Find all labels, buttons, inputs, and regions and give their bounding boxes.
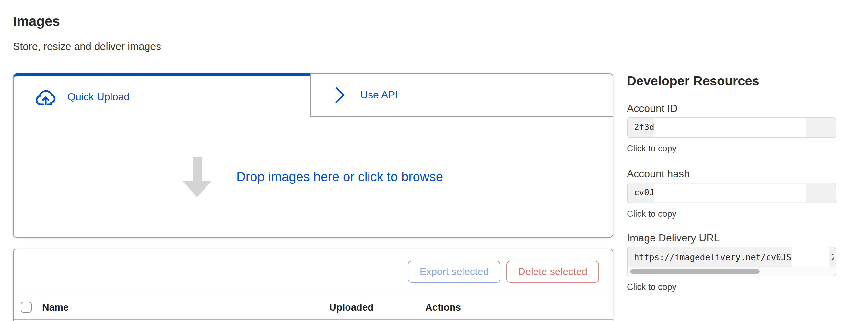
redaction-overlay: [791, 247, 829, 268]
account-id-label: Account ID: [627, 102, 836, 114]
tab-use-api[interactable]: Use API: [311, 73, 613, 117]
tab-use-api-label: Use API: [361, 89, 398, 101]
column-header-name: Name: [42, 301, 69, 312]
account-id-field[interactable]: 2f3d: [627, 117, 836, 138]
column-header-actions: Actions: [425, 301, 461, 312]
down-arrow-icon: [183, 157, 212, 197]
developer-resources-title: Developer Resources: [627, 73, 836, 89]
dropzone-label: Drop images here or click to browse: [236, 170, 443, 184]
horizontal-scrollbar: [627, 267, 836, 276]
redaction-overlay: [654, 118, 806, 137]
images-table-card: Export selected Delete selected Name Upl…: [13, 249, 613, 321]
image-delivery-url-copy-hint: Click to copy: [627, 282, 836, 292]
tab-bar: Quick Upload Use API: [13, 73, 613, 117]
account-id-copy-hint: Click to copy: [627, 144, 836, 154]
delete-selected-button[interactable]: Delete selected: [506, 260, 599, 283]
page-subtitle: Store, resize and deliver images: [13, 40, 161, 53]
image-delivery-url-field[interactable]: https://imagedelivery.net/cv0JS 2: [627, 247, 836, 276]
column-header-uploaded: Uploaded: [329, 301, 374, 312]
page-title: Images: [13, 13, 161, 30]
account-hash-field[interactable]: cv0J: [627, 182, 836, 203]
account-hash-label: Account hash: [627, 168, 836, 180]
tab-quick-upload-label: Quick Upload: [67, 91, 130, 103]
table-toolbar: Export selected Delete selected: [13, 249, 613, 294]
chevron-right-icon: [332, 85, 347, 105]
dropzone[interactable]: Drop images here or click to browse: [13, 117, 613, 237]
table-header-row: Name Uploaded Actions: [13, 294, 613, 320]
developer-resources-panel: Developer Resources Account ID 2f3d Clic…: [627, 73, 836, 292]
account-hash-copy-hint: Click to copy: [627, 209, 836, 219]
url-edge-fragment: 2: [831, 247, 834, 268]
upload-card: Quick Upload Use API Drop images here or…: [13, 73, 613, 238]
select-all-checkbox[interactable]: [21, 301, 32, 312]
redaction-overlay: [654, 184, 806, 202]
tab-quick-upload[interactable]: Quick Upload: [13, 73, 311, 117]
images-page: Images Store, resize and deliver images …: [0, 0, 868, 321]
horizontal-scrollbar-thumb[interactable]: [630, 269, 760, 274]
page-head: Images Store, resize and deliver images: [13, 13, 161, 53]
export-selected-button[interactable]: Export selected: [408, 260, 501, 283]
cloud-upload-icon: [36, 88, 56, 106]
image-delivery-url-label: Image Delivery URL: [627, 232, 836, 244]
